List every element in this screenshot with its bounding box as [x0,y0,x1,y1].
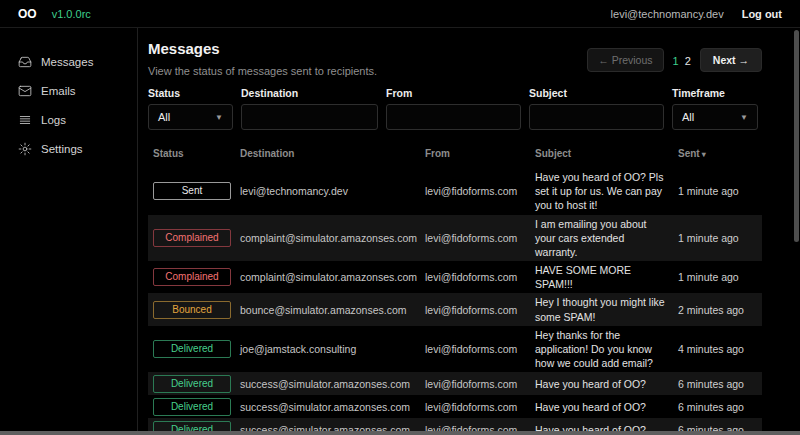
title-block: Messages View the status of messages sen… [148,40,377,77]
subject-input[interactable] [530,105,663,129]
destination-cell: bounce@simulator.amazonses.com [240,304,425,316]
table-row[interactable]: Delivered joe@jamstack.consulting levi@f… [148,326,762,373]
sent-cell: 6 minutes ago [678,401,760,413]
subject-cell: Have you heard of OO? [535,377,678,391]
status-badge: Sent [153,182,231,200]
table-body: Sent levi@technomancy.dev levi@fidoforms… [148,168,762,435]
app-window: OO v1.0.0rc levi@technomancy.dev Log out… [0,0,800,435]
inbox-icon [18,55,32,69]
filter-from: From [386,87,521,130]
main-content: Messages View the status of messages sen… [138,28,800,435]
chevron-down-icon: ▼ [740,113,748,122]
sidebar: Messages Emails Logs Settings [0,28,138,435]
table-row[interactable]: Complained complaint@simulator.amazonses… [148,261,762,293]
vertical-scrollbar-thumb[interactable] [794,30,799,242]
chevron-down-icon: ▼ [215,113,223,122]
page-title: Messages [148,40,377,57]
topbar: OO v1.0.0rc levi@technomancy.dev Log out [0,0,800,28]
column-header-subject: Subject [535,148,678,159]
filter-subject: Subject [529,87,664,130]
destination-input[interactable] [242,105,377,129]
sent-cell: 1 minute ago [678,185,760,197]
table-row[interactable]: Bounced bounce@simulator.amazonses.com l… [148,293,762,325]
sent-cell: 6 minutes ago [678,378,760,390]
app-logo[interactable]: OO [18,7,37,21]
destination-cell: complaint@simulator.amazonses.com [240,271,425,283]
subject-cell: HAVE SOME MORE SPAM!!! [535,263,678,291]
status-badge: Delivered [153,398,231,416]
page-numbers: 12 [670,51,694,69]
column-header-from: From [425,148,535,159]
destination-cell: complaint@simulator.amazonses.com [240,232,425,244]
column-header-status: Status [148,148,240,159]
sort-descending-icon: ▾ [702,150,706,159]
status-badge: Complained [153,229,231,247]
logout-button[interactable]: Log out [742,8,782,20]
sent-cell: 1 minute ago [678,232,760,244]
horizontal-scrollbar[interactable] [0,431,800,435]
filter-status: Status All▼ [148,87,233,130]
from-cell: levi@fidoforms.com [425,271,535,283]
sent-cell: 2 minutes ago [678,304,760,316]
destination-cell: success@simulator.amazonses.com [240,401,425,413]
subject-cell: Have you heard of OO? Pls set it up for … [535,170,678,213]
table-row[interactable]: Delivered success@simulator.amazonses.co… [148,395,762,418]
user-email: levi@technomancy.dev [611,8,724,20]
subject-cell: Hey thanks for the application! Do you k… [535,328,678,371]
filters: Status All▼ Destination From Subj [148,87,762,130]
topbar-left: OO v1.0.0rc [18,7,91,21]
topbar-right: levi@technomancy.dev Log out [611,8,782,20]
sidebar-item-logs[interactable]: Logs [18,110,137,130]
column-header-destination: Destination [240,148,425,159]
from-cell: levi@fidoforms.com [425,343,535,355]
sent-cell: 1 minute ago [678,271,760,283]
status-select[interactable]: All▼ [148,104,233,130]
destination-cell: success@simulator.amazonses.com [240,378,425,390]
messages-table: StatusDestinationFromSubjectSent▾ Sent l… [148,142,762,435]
gear-icon [18,142,32,156]
filter-destination: Destination [241,87,378,130]
subject-cell: Have you heard of OO? [535,400,678,414]
subject-cell: I am emailing you about your cars extend… [535,217,678,260]
sent-cell: 4 minutes ago [678,343,760,355]
layout: Messages Emails Logs Settings [0,28,800,435]
sidebar-item-messages[interactable]: Messages [18,52,137,72]
envelope-icon [18,84,32,98]
status-badge: Bounced [153,301,231,319]
logs-icon [18,113,32,127]
subject-cell: Hey I thought you might like some SPAM! [535,295,678,323]
sidebar-item-emails[interactable]: Emails [18,81,137,101]
pagination: ← Previous 12 Next → [587,48,762,72]
table-row[interactable]: Delivered success@simulator.amazonses.co… [148,372,762,395]
table-header: StatusDestinationFromSubjectSent▾ [148,142,762,168]
status-badge: Delivered [153,375,231,393]
destination-cell: levi@technomancy.dev [240,185,425,197]
destination-cell: joe@jamstack.consulting [240,343,425,355]
table-row[interactable]: Sent levi@technomancy.dev levi@fidoforms… [148,168,762,215]
from-cell: levi@fidoforms.com [425,401,535,413]
timeframe-select[interactable]: All▼ [672,104,758,130]
table-row[interactable]: Complained complaint@simulator.amazonses… [148,215,762,262]
page-number-1[interactable]: 1 [670,55,682,67]
from-cell: levi@fidoforms.com [425,378,535,390]
status-badge: Complained [153,268,231,286]
from-cell: levi@fidoforms.com [425,232,535,244]
previous-page-button[interactable]: ← Previous [587,48,663,72]
filter-timeframe: Timeframe All▼ [672,87,758,130]
status-badge: Delivered [153,340,231,358]
main-header: Messages View the status of messages sen… [148,40,762,77]
page-number-2[interactable]: 2 [682,55,694,67]
from-input[interactable] [387,105,520,129]
sidebar-item-settings[interactable]: Settings [18,139,137,159]
from-cell: levi@fidoforms.com [425,304,535,316]
from-cell: levi@fidoforms.com [425,185,535,197]
next-page-button[interactable]: Next → [700,48,762,72]
version-label: v1.0.0rc [52,8,91,20]
column-header-sent[interactable]: Sent▾ [678,148,760,159]
page-subtitle: View the status of messages sent to reci… [148,65,377,77]
